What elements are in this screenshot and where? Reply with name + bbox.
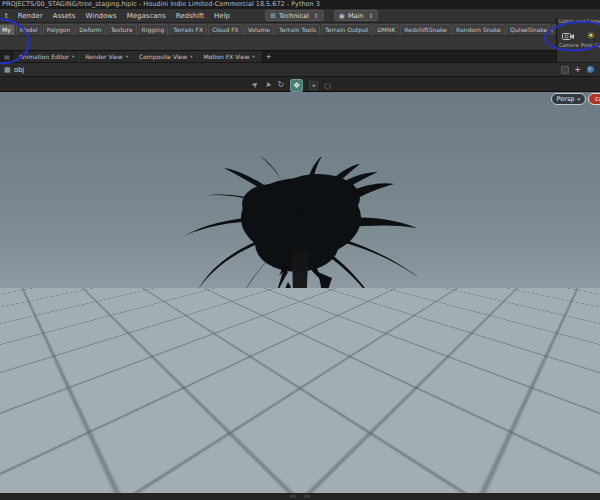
pin-pane-icon[interactable] — [561, 66, 569, 74]
menu-item-assets[interactable]: Assets — [48, 12, 81, 20]
desktop-icon: ◉ — [339, 12, 345, 20]
network-path[interactable]: obj — [14, 66, 25, 74]
window-title: PROJECTS/00_STAGING/tree_staging.hiplc -… — [2, 0, 320, 8]
pane-tab-bar: ▤ Animation Editor ▾ Render View ▾ Compo… — [0, 50, 556, 62]
pane-tab-motion-fx-view[interactable]: Motion FX View ▾ — [198, 51, 260, 62]
chevron-down-icon: ▾ — [577, 96, 580, 102]
desktop-selector[interactable]: ◉ Main ⇕ — [334, 10, 379, 21]
shelf-tool-point-light[interactable]: ☀ Point Light — [581, 29, 600, 49]
pane-icon[interactable]: ▤ — [0, 53, 14, 60]
indie-watermark: Indie Edition — [566, 478, 600, 486]
shelf-lights-cameras-section: Lights and Cameras Camera ☀ Point Light — [556, 17, 600, 62]
shelf-tab-terrain-fx[interactable]: Terrain FX — [169, 24, 207, 36]
menu-item-megascans[interactable]: Megascans — [122, 12, 171, 20]
shelf-tab-random-snake[interactable]: Random Snake — [452, 24, 505, 36]
view-menu-persp[interactable]: Persp ▾ — [551, 93, 586, 105]
desktop-label: Main — [348, 12, 364, 20]
view-menu-label: Persp — [557, 95, 575, 103]
add-pane-tab-button[interactable]: + — [261, 53, 277, 61]
camera-pill[interactable]: cam — [588, 93, 600, 105]
shelf-tab-terrain-tools[interactable]: Terrain Tools — [275, 24, 320, 36]
viewport-help-bar: Left mouse tumbles. Middle pans. Right d… — [118, 482, 484, 492]
shelf-set-label: Technical — [279, 12, 309, 20]
shelf-tab-model[interactable]: Model — [16, 24, 42, 36]
split-pane-button[interactable]: + — [574, 66, 581, 74]
bottom-panel-edge — [0, 493, 600, 500]
camera-pill-label: cam — [595, 95, 600, 103]
network-node-icon: ▦ — [0, 66, 14, 74]
shelf-tool-point-light-label: Point Light — [581, 42, 600, 49]
menu-item-windows[interactable]: Windows — [80, 12, 121, 20]
pane-tab-animation-editor[interactable]: Animation Editor ▾ — [14, 51, 81, 62]
snap-tool-icon[interactable]: ▪ — [309, 81, 318, 90]
shelf-tab-strip: My Model Polygon Deform Texture Rigging … — [0, 24, 552, 36]
pane-tab-label: Composite View — [139, 53, 187, 60]
shelf-tab-texture[interactable]: Texture — [107, 24, 137, 36]
menu-item-help[interactable]: Help — [209, 12, 235, 20]
chevron-down-icon[interactable]: ▾ — [72, 54, 74, 59]
menu-item-edit-partial[interactable]: t — [0, 12, 13, 20]
shelf-set-selector[interactable]: ⊞ Technical ⇕ — [265, 10, 324, 21]
shelf-tab-rigging[interactable]: Rigging — [138, 24, 169, 36]
updown-arrows-icon: ⇕ — [314, 12, 319, 19]
houdini-window: PROJECTS/00_STAGING/tree_staging.hiplc -… — [0, 0, 600, 500]
shelf-tab-polygon[interactable]: Polygon — [43, 24, 75, 36]
shelf-tool-camera[interactable]: Camera — [559, 29, 579, 49]
shelf-section-title: Lights and Cameras — [557, 17, 600, 25]
view-tool-icon[interactable]: ➤ — [250, 79, 262, 91]
playbar-tick — [290, 495, 296, 498]
pane-tab-render-view[interactable]: Render View ▾ — [80, 51, 134, 62]
pane-tab-label: Animation Editor — [19, 53, 69, 60]
shelf-tab-my[interactable]: My — [0, 24, 15, 36]
shelf-dock: My Model Polygon Deform Texture Rigging … — [0, 23, 600, 50]
network-path-bar: ▦ obj + — [0, 62, 600, 76]
chevron-down-icon[interactable]: ▾ — [126, 54, 128, 59]
chevron-down-icon[interactable]: ▾ — [252, 54, 254, 59]
rotate-tool-icon[interactable]: ↻ — [277, 80, 284, 90]
shelf-tool-camera-label: Camera — [559, 42, 579, 49]
shelf-tab-deform[interactable]: Deform — [75, 24, 105, 36]
select-tool-icon[interactable]: ➤ — [264, 79, 272, 90]
grid-icon: ⊞ — [270, 12, 276, 20]
pane-tab-composite-view[interactable]: Composite View ▾ — [134, 51, 198, 62]
menu-item-render[interactable]: Render — [13, 12, 48, 20]
menu-item-redshift[interactable]: Redshift — [171, 12, 209, 20]
pane-tab-label: Motion FX View — [203, 53, 249, 60]
shelf-overflow-icon[interactable]: ▾ — [550, 27, 553, 33]
menu-bar: t Render Assets Windows Megascans Redshi… — [0, 9, 600, 23]
chevron-down-icon[interactable]: ▾ — [190, 54, 192, 59]
shelf-tab-dmnk[interactable]: DMNK — [373, 24, 399, 36]
playbar-tick — [304, 495, 310, 498]
camera-icon — [559, 29, 579, 42]
pane-link-icon[interactable] — [586, 65, 595, 74]
scene-viewport[interactable]: Persp ▾ cam Indie Edition Left mouse tum… — [0, 92, 600, 493]
construction-plane-icon[interactable]: ○ — [324, 81, 331, 90]
shelf-tab-quixelsnake[interactable]: QuixelSnake — [506, 24, 551, 36]
shelf-tab-terrain-output[interactable]: Terrain Output — [321, 24, 372, 36]
shelf-tab-redshiftsnake[interactable]: RedshiftSnake — [400, 24, 451, 36]
shelf-tab-volume[interactable]: Volume — [244, 24, 274, 36]
handles-tool-icon-active[interactable]: ❖ — [290, 79, 303, 92]
viewport-toolbar: ➤ ➤ ↻ ❖ ▪ ○ — [0, 76, 600, 92]
window-title-bar: PROJECTS/00_STAGING/tree_staging.hiplc -… — [0, 0, 600, 9]
pane-tab-label: Render View — [85, 53, 123, 60]
point-light-icon: ☀ — [581, 29, 600, 42]
updown-arrows-icon: ⇕ — [368, 12, 373, 19]
shelf-tab-cloud-fx[interactable]: Cloud FX — [208, 24, 243, 36]
